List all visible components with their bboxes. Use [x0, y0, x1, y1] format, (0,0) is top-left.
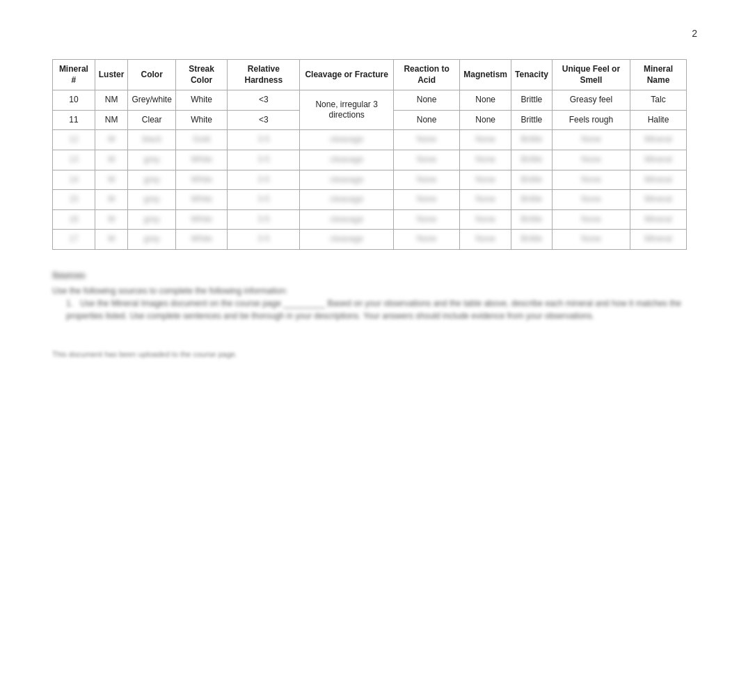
col-streak: Streak Color: [175, 60, 228, 90]
cell-reaction: None: [393, 230, 459, 250]
cell-hardness: <3: [228, 90, 300, 111]
cell-hardness: 3-5: [228, 209, 300, 230]
cell-magnetism: None: [460, 90, 511, 111]
cell-mineral-num: 12: [53, 130, 95, 150]
cell-feel: Greasy feel: [552, 90, 630, 111]
cell-magnetism: None: [460, 170, 511, 190]
section-intro: Use the following sources to complete th…: [52, 285, 687, 297]
cell-reaction: None: [393, 110, 459, 130]
cell-luster: M: [95, 130, 128, 150]
cell-magnetism: None: [460, 110, 511, 130]
cell-feel: Feels rough: [552, 110, 630, 130]
cell-magnetism: None: [460, 230, 511, 250]
cell-cleavage: cleavage: [300, 170, 394, 190]
cell-streak: White: [175, 170, 228, 190]
cell-hardness: 3-5: [228, 230, 300, 250]
cell-color: Grey/white: [128, 90, 175, 111]
cell-luster: M: [95, 170, 128, 190]
cell-luster: M: [95, 230, 128, 250]
cell-mineral-name: Mineral: [630, 150, 687, 170]
cell-hardness: 3-5: [228, 130, 300, 150]
cell-reaction: None: [393, 130, 459, 150]
cell-reaction: None: [393, 190, 459, 210]
cell-tenacity: Brittle: [511, 90, 553, 111]
col-mineral-name: Mineral Name: [630, 60, 687, 90]
cell-tenacity: Brittle: [511, 150, 553, 170]
cell-mineral-name: Mineral: [630, 170, 687, 190]
cell-cleavage: cleavage: [300, 190, 394, 210]
table-row: 17MgreyWhite3-5cleavageNoneNoneBrittleNo…: [53, 230, 687, 250]
cell-color: grey: [128, 230, 175, 250]
cell-mineral-num: 13: [53, 150, 95, 170]
col-color: Color: [128, 60, 175, 90]
section-body: Use the following sources to complete th…: [52, 285, 687, 322]
cell-mineral-name: Mineral: [630, 130, 687, 150]
cell-reaction: None: [393, 209, 459, 230]
cell-mineral-name: Talc: [630, 90, 687, 111]
col-reaction: Reaction to Acid: [393, 60, 459, 90]
cell-streak: White: [175, 150, 228, 170]
cell-reaction: None: [393, 150, 459, 170]
cell-tenacity: Brittle: [511, 170, 553, 190]
cell-luster: NM: [95, 90, 128, 111]
cell-color: grey: [128, 209, 175, 230]
footer-note: This document has been uploaded to the c…: [52, 350, 687, 358]
cell-mineral-name: Mineral: [630, 209, 687, 230]
table-row: 16MgreyWhite3-5cleavageNoneNoneBrittleNo…: [53, 209, 687, 230]
section-below: Sources Use the following sources to com…: [52, 271, 687, 322]
cell-color: black: [128, 130, 175, 150]
cell-hardness: 3-5: [228, 170, 300, 190]
cell-luster: M: [95, 150, 128, 170]
cell-feel: None: [552, 190, 630, 210]
cell-cleavage: None, irregular 3 directions: [300, 90, 394, 130]
cell-feel: None: [552, 209, 630, 230]
cell-luster: M: [95, 190, 128, 210]
cell-luster: NM: [95, 110, 128, 130]
minerals-table: Mineral # Luster Color Streak Color Rela…: [52, 59, 687, 250]
col-hardness: Relative Hardness: [228, 60, 300, 90]
cell-tenacity: Brittle: [511, 190, 553, 210]
cell-streak: Gold: [175, 130, 228, 150]
cell-mineral-num: 15: [53, 190, 95, 210]
cell-feel: None: [552, 170, 630, 190]
col-feel: Unique Feel or Smell: [552, 60, 630, 90]
cell-cleavage: cleavage: [300, 150, 394, 170]
page-number: 2: [692, 28, 697, 39]
cell-hardness: <3: [228, 110, 300, 130]
cell-streak: White: [175, 190, 228, 210]
cell-tenacity: Brittle: [511, 130, 553, 150]
cell-reaction: None: [393, 170, 459, 190]
cell-feel: None: [552, 150, 630, 170]
cell-tenacity: Brittle: [511, 230, 553, 250]
col-cleavage: Cleavage or Fracture: [300, 60, 394, 90]
col-luster: Luster: [95, 60, 128, 90]
section-item-1: 1. Use the Mineral Images document on th…: [52, 297, 687, 322]
table-row: 13MgreyWhite3-5cleavageNoneNoneBrittleNo…: [53, 150, 687, 170]
table-row: 12MblackGold3-5cleavageNoneNoneBrittleNo…: [53, 130, 687, 150]
col-mineral-num: Mineral #: [53, 60, 95, 90]
cell-magnetism: None: [460, 130, 511, 150]
cell-magnetism: None: [460, 190, 511, 210]
cell-streak: White: [175, 209, 228, 230]
minerals-table-container: Mineral # Luster Color Streak Color Rela…: [52, 59, 687, 250]
cell-feel: None: [552, 130, 630, 150]
cell-cleavage: cleavage: [300, 230, 394, 250]
section-title: Sources: [52, 271, 687, 280]
col-magnetism: Magnetism: [460, 60, 511, 90]
cell-reaction: None: [393, 90, 459, 111]
cell-mineral-num: 14: [53, 170, 95, 190]
table-header-row: Mineral # Luster Color Streak Color Rela…: [53, 60, 687, 90]
cell-hardness: 3-5: [228, 150, 300, 170]
table-row: 15MgreyWhite3-5cleavageNoneNoneBrittleNo…: [53, 190, 687, 210]
cell-mineral-name: Halite: [630, 110, 687, 130]
table-row: 14MgreyWhite3-5cleavageNoneNoneBrittleNo…: [53, 170, 687, 190]
cell-mineral-name: Mineral: [630, 230, 687, 250]
cell-magnetism: None: [460, 150, 511, 170]
cell-hardness: 3-5: [228, 190, 300, 210]
cell-streak: White: [175, 90, 228, 111]
cell-magnetism: None: [460, 209, 511, 230]
cell-mineral-num: 10: [53, 90, 95, 111]
cell-mineral-num: 16: [53, 209, 95, 230]
cell-tenacity: Brittle: [511, 209, 553, 230]
cell-streak: White: [175, 230, 228, 250]
